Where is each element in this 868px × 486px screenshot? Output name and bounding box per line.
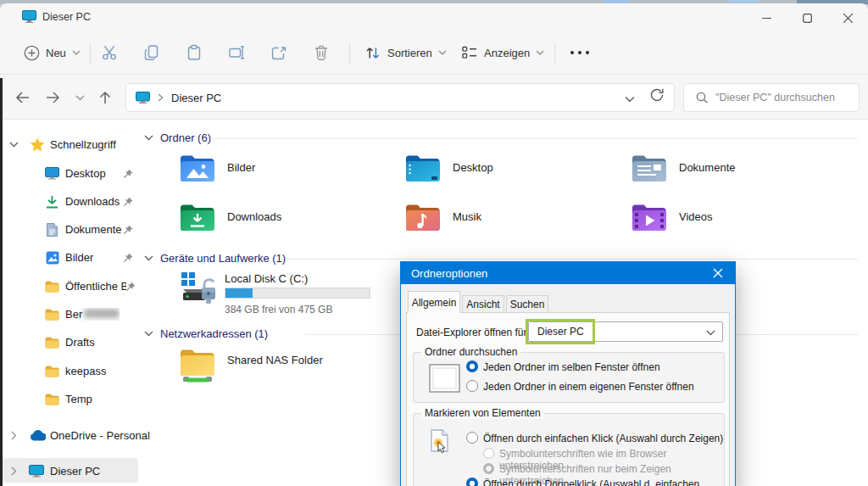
folder-tile-downloads[interactable]: Downloads	[180, 204, 215, 237]
chevron-expanded-icon	[9, 142, 19, 148]
network-folder-name: Shared NAS Folder	[227, 354, 323, 366]
address-bar[interactable]: Dieser PC	[125, 83, 675, 112]
more-options-button[interactable]	[564, 37, 596, 68]
radio-label: Öffnen durch einfachen Klick (Auswahl du…	[483, 433, 723, 444]
radio-own-window[interactable]	[466, 380, 478, 392]
pin-icon	[123, 169, 133, 179]
address-dropdown-chevron[interactable]	[625, 91, 635, 106]
close-button[interactable]	[831, 8, 865, 27]
chevron-down-icon	[706, 330, 715, 336]
music-folder-icon	[405, 204, 441, 234]
drive-usage-bar	[225, 288, 370, 299]
sidebar-item-label: Drafts	[65, 336, 95, 349]
sort-button[interactable]: Sortieren	[359, 37, 452, 68]
new-button[interactable]: Neu	[19, 37, 86, 68]
sidebar-item-pictures[interactable]: Bilder	[0, 243, 140, 271]
network-tile-shared-nas[interactable]: Shared NAS Folder	[180, 349, 215, 388]
dialog-close-button[interactable]	[708, 265, 728, 281]
annotation-highlight-box	[526, 319, 595, 344]
chevron-down-icon	[536, 50, 544, 55]
download-icon	[46, 195, 58, 209]
videos-folder-icon	[632, 204, 667, 234]
chevron-expanded-icon	[144, 331, 153, 337]
sidebar-item-documents[interactable]: Dokumente	[0, 215, 140, 243]
folder-name: Musik	[453, 210, 481, 223]
redacted-text	[84, 309, 120, 318]
view-button[interactable]: Anzeigen	[456, 37, 549, 68]
drive-bitlocker-icon	[180, 271, 217, 304]
sidebar-item-temp[interactable]: Temp	[0, 385, 140, 413]
new-button-label: Neu	[46, 47, 66, 59]
click-pointer-icon	[431, 429, 453, 465]
paste-button[interactable]	[181, 37, 208, 68]
sort-icon	[364, 45, 381, 61]
radio-same-window[interactable]	[466, 360, 478, 372]
window-title: Dieser PC	[42, 11, 91, 23]
section-devices-header[interactable]: Geräte und Laufwerke (1)	[144, 252, 286, 265]
folder-icon	[45, 309, 59, 321]
folder-tile-bilder[interactable]: Bilder	[180, 154, 215, 188]
tab-ansicht[interactable]: Ansicht	[462, 295, 504, 313]
sidebar-item-drafts[interactable]: Drafts	[0, 328, 140, 356]
address-row: Dieser PC "Dieser PC" durchsuchen	[0, 75, 868, 120]
pin-icon	[123, 197, 133, 207]
sort-button-label: Sortieren	[387, 47, 432, 59]
radio-single-click[interactable]	[466, 432, 478, 444]
cut-button[interactable]	[96, 37, 123, 68]
search-box[interactable]: "Dieser PC" durchsuchen	[683, 83, 860, 112]
sidebar-item-label: Öffentliche Bilde	[65, 280, 126, 293]
copy-icon	[143, 44, 160, 61]
refresh-button[interactable]	[650, 88, 664, 105]
back-button[interactable]	[10, 87, 34, 109]
browse-folders-group: Ordner durchsuchen Jeden Ordner im selbe…	[413, 352, 725, 403]
downloads-folder-icon	[180, 204, 215, 234]
sidebar-item-label: Ber	[65, 308, 120, 321]
sidebar-item-desktop[interactable]: Desktop	[0, 159, 140, 187]
drive-usage-fill	[225, 288, 253, 298]
sidebar-item-keepass[interactable]: keepass	[0, 357, 140, 385]
radio-double-click[interactable]	[466, 478, 478, 486]
sidebar-item-public-pictures[interactable]: Öffentliche Bilde	[0, 272, 140, 300]
delete-button[interactable]	[308, 37, 335, 68]
folder-tile-musik[interactable]: Musik	[405, 204, 441, 237]
copy-button[interactable]	[138, 37, 165, 68]
forward-button[interactable]	[41, 87, 64, 109]
breadcrumb[interactable]: Dieser PC	[171, 92, 221, 104]
sidebar-item-label: Dieser PC	[50, 465, 100, 478]
sidebar-item-label: Dokumente	[65, 223, 121, 236]
up-button[interactable]	[93, 87, 117, 109]
sidebar-item-quick-access[interactable]: Schnellzugriff	[0, 131, 140, 159]
sidebar-item-redacted-folder[interactable]: Ber	[0, 300, 140, 328]
open-file-explorer-label: Datei-Explorer öffnen für:	[416, 327, 530, 338]
explorer-window: Dieser PC Neu S	[0, 3, 868, 486]
recent-locations-chevron[interactable]	[68, 87, 92, 109]
section-network-header[interactable]: Netzwerkadressen (1)	[144, 327, 268, 340]
folder-tile-desktop[interactable]: Desktop	[405, 154, 441, 188]
drive-tile-local-disk-c[interactable]: Local Disk C (C:) 384 GB frei von 475 GB	[180, 271, 217, 308]
desktop-folder-icon	[405, 154, 441, 185]
desktop-icon	[45, 167, 59, 180]
pin-icon	[125, 282, 136, 292]
share-button[interactable]	[265, 37, 292, 68]
sidebar-item-downloads[interactable]: Downloads	[0, 187, 140, 215]
rename-button[interactable]	[223, 37, 251, 68]
folder-name: Dokumente	[679, 161, 735, 174]
sidebar-item-this-pc[interactable]: Dieser PC	[0, 457, 140, 485]
pictures-folder-icon	[180, 154, 215, 185]
sidebar-item-label: Bilder	[65, 251, 93, 264]
section-title: Netzwerkadressen (1)	[160, 327, 268, 340]
tab-allgemein[interactable]: Allgemein	[408, 291, 460, 313]
sidebar-item-label: Schnellzugriff	[50, 138, 116, 151]
section-folders-header[interactable]: Ordner (6)	[144, 131, 211, 144]
maximize-button[interactable]	[790, 8, 824, 27]
folder-tile-videos[interactable]: Videos	[632, 204, 667, 237]
folder-tile-dokumente[interactable]: Dokumente	[632, 154, 667, 188]
pin-icon	[123, 225, 133, 235]
minimize-button[interactable]	[749, 8, 783, 27]
chevron-expanded-icon	[144, 255, 153, 261]
tab-suchen[interactable]: Suchen	[506, 295, 548, 313]
radio-label: Öffnen durch Doppelklick (Auswahl d. ein…	[483, 478, 724, 486]
folder-icon	[45, 281, 59, 293]
sidebar-item-onedrive[interactable]: OneDrive - Personal	[0, 422, 140, 450]
folder-name: Bilder	[227, 161, 255, 174]
